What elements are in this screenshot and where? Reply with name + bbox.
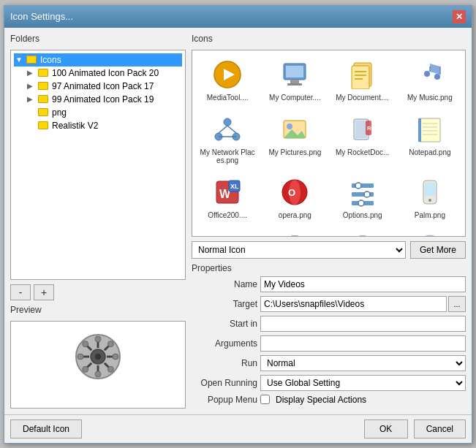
icon-item[interactable]: O opera.png — [262, 171, 327, 223]
svg-point-41 — [287, 124, 292, 129]
icon-label: My Pictures.png — [269, 148, 322, 156]
svg-rect-48 — [418, 118, 421, 142]
name-label: Name — [192, 279, 257, 289]
icon-item[interactable]: My Computer.... — [262, 53, 327, 105]
svg-rect-67 — [425, 183, 435, 196]
open-running-select[interactable]: Use Global Setting Always Open New Focus… — [260, 375, 466, 391]
expander-icon: ▶ — [27, 95, 36, 103]
get-more-button[interactable]: Get More — [410, 241, 466, 259]
folder-icon — [38, 108, 48, 116]
properties-label: Properties — [192, 263, 466, 273]
popup-menu-row: Popup Menu Display Special Actions — [192, 395, 466, 405]
icon-image — [412, 229, 447, 237]
tree-item-pack97[interactable]: ▶ 97 Animated Icon Pack 17 — [26, 80, 182, 93]
tree-item-pack100[interactable]: ▶ 100 Animated Icon Pack 20 — [26, 67, 182, 80]
tree-item-icons[interactable]: ▼ Icons — [14, 53, 182, 67]
icon-image — [277, 57, 312, 92]
arguments-input[interactable] — [260, 335, 466, 352]
add-folder-button[interactable]: + — [34, 284, 54, 300]
icon-item[interactable]: Options.png — [330, 171, 395, 223]
name-input[interactable] — [260, 276, 466, 292]
icon-item[interactable]: My Document.... — [330, 53, 395, 105]
close-button[interactable]: ✕ — [453, 10, 466, 23]
icon-item[interactable] — [195, 226, 260, 237]
target-label: Target — [192, 299, 257, 309]
svg-rect-30 — [424, 71, 430, 77]
icon-label: My Computer.... — [269, 94, 321, 102]
icon-controls: Normal Icon Selected Icon Hover Icon Get… — [192, 241, 466, 259]
tree-item-label: 100 Animated Icon Pack 20 — [52, 68, 159, 78]
icon-image — [210, 229, 245, 237]
icon-item[interactable] — [262, 226, 327, 237]
icon-image: O — [277, 175, 312, 210]
target-input-group: ... — [260, 296, 466, 312]
svg-rect-26 — [352, 66, 369, 89]
icon-item[interactable]: My Pictures.png — [262, 108, 327, 168]
icon-settings-dialog: Icon Settings... ✕ Folders ▼ Icons ▶ 100… — [4, 5, 472, 444]
dialog-title: Icon Settings... — [10, 11, 73, 22]
folder-icon — [38, 82, 48, 90]
icon-label: MediaTool.... — [207, 94, 249, 102]
tree-item-png[interactable]: png — [26, 106, 182, 119]
icon-item[interactable] — [330, 226, 395, 237]
arguments-label: Arguments — [192, 338, 257, 349]
tree-item-pack99[interactable]: ▶ 99 Animated Icon Pack 19 — [26, 93, 182, 106]
icon-type-select[interactable]: Normal Icon Selected Icon Hover Icon — [192, 241, 406, 259]
svg-rect-24 — [287, 83, 302, 86]
icon-image — [210, 112, 245, 147]
startin-row: Start in — [192, 316, 466, 332]
svg-point-11 — [95, 336, 101, 342]
icon-item[interactable]: My Network Places.png — [195, 108, 260, 168]
startin-input[interactable] — [260, 316, 466, 332]
icon-image — [277, 229, 312, 237]
icon-item[interactable]: My Music.png — [398, 53, 462, 105]
icon-item[interactable]: Notepad.png — [398, 108, 462, 168]
svg-point-34 — [224, 118, 231, 126]
icon-item[interactable]: Palm.png — [398, 171, 462, 223]
icons-grid-container[interactable]: MediaTool.... My Computer.... — [192, 50, 466, 237]
icon-item[interactable] — [398, 226, 462, 237]
icon-item[interactable]: MediaTool.... — [195, 53, 260, 105]
dialog-body: Folders ▼ Icons ▶ 100 Animated Icon Pack… — [4, 28, 472, 414]
arguments-row: Arguments — [192, 335, 466, 352]
cancel-button[interactable]: Cancel — [414, 419, 466, 438]
svg-text:XL: XL — [230, 183, 239, 190]
svg-point-13 — [78, 354, 83, 360]
icon-image — [412, 57, 447, 92]
properties-section: Properties Name Target ... Start in — [192, 263, 466, 409]
target-input[interactable] — [260, 296, 447, 312]
folder-icon — [38, 69, 48, 77]
target-row: Target ... — [192, 296, 466, 312]
icon-item[interactable]: R My RocketDoc... — [330, 108, 395, 168]
default-icon-button[interactable]: Default Icon — [10, 419, 82, 438]
svg-rect-44 — [355, 121, 367, 138]
target-browse-button[interactable]: ... — [448, 296, 466, 312]
tree-buttons: - + — [10, 284, 186, 300]
expander-icon: ▶ — [27, 69, 36, 77]
remove-folder-button[interactable]: - — [10, 284, 31, 300]
svg-line-37 — [219, 126, 227, 133]
svg-rect-23 — [290, 80, 299, 83]
svg-rect-31 — [434, 74, 440, 80]
folders-tree[interactable]: ▼ Icons ▶ 100 Animated Icon Pack 20 ▶ 97… — [10, 50, 186, 280]
popup-menu-checkbox[interactable] — [260, 395, 270, 404]
icon-image — [210, 57, 245, 92]
icon-label: My Music.png — [407, 94, 453, 102]
icon-item[interactable]: W XL Office200.... — [195, 171, 260, 223]
ok-button[interactable]: OK — [364, 419, 408, 438]
icon-image — [277, 112, 312, 147]
run-select[interactable]: Normal Minimized Maximized — [260, 355, 466, 371]
startin-label: Start in — [192, 319, 257, 329]
icon-image — [345, 57, 380, 92]
svg-point-15 — [83, 341, 88, 346]
svg-rect-22 — [286, 66, 303, 77]
tree-item-realistik[interactable]: Realistik V2 — [26, 119, 182, 132]
svg-point-61 — [355, 183, 361, 189]
film-reel-svg — [72, 330, 124, 383]
svg-line-38 — [227, 126, 236, 133]
svg-rect-77 — [359, 236, 366, 237]
popup-menu-checkbox-label: Display Special Actions — [276, 395, 366, 405]
icons-grid: MediaTool.... My Computer.... — [195, 53, 462, 237]
icon-label: My Network Places.png — [199, 148, 256, 164]
icon-image — [412, 175, 447, 210]
